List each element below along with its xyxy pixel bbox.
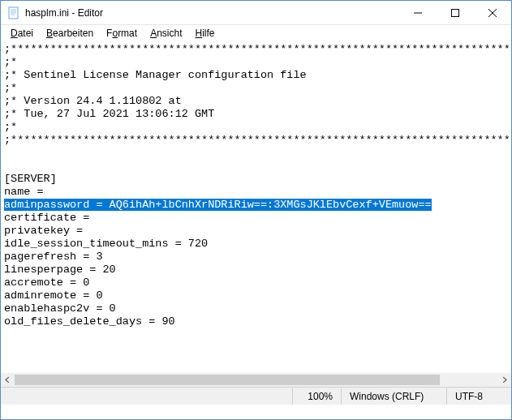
- scroll-right-button[interactable]: [497, 373, 511, 387]
- status-spacer: [1, 388, 292, 405]
- horizontal-scrollbar[interactable]: [1, 373, 511, 387]
- editor-area[interactable]: ;***************************************…: [1, 41, 511, 387]
- titlebar: hasplm.ini - Editor: [1, 1, 511, 25]
- menu-file[interactable]: Datei: [4, 27, 40, 40]
- editor-content[interactable]: ;***************************************…: [1, 41, 511, 330]
- minimize-button[interactable]: [399, 1, 437, 24]
- menu-help[interactable]: Hilfe: [189, 27, 222, 40]
- app-icon: [7, 6, 20, 19]
- window-title: hasplm.ini - Editor: [25, 7, 399, 19]
- scroll-track[interactable]: [15, 373, 497, 387]
- status-encoding: UTF-8: [446, 388, 511, 405]
- menu-edit[interactable]: Bearbeiten: [40, 27, 100, 40]
- svg-rect-6: [452, 9, 459, 16]
- menu-view[interactable]: Ansicht: [144, 27, 188, 40]
- menu-format[interactable]: Format: [100, 27, 144, 40]
- statusbar: 100% Windows (CRLF) UTF-8: [1, 387, 511, 405]
- status-line-ending: Windows (CRLF): [341, 388, 446, 405]
- window-controls: [399, 1, 511, 24]
- maximize-button[interactable]: [437, 1, 474, 24]
- scroll-thumb[interactable]: [15, 375, 440, 385]
- status-zoom[interactable]: 100%: [292, 388, 341, 405]
- close-button[interactable]: [474, 1, 511, 24]
- selected-text[interactable]: adminpassword = AQ6ihAh+lbCnhXrNDRiRiw==…: [4, 199, 432, 211]
- menubar: Datei Bearbeiten Format Ansicht Hilfe: [1, 25, 511, 41]
- scroll-left-button[interactable]: [1, 373, 15, 387]
